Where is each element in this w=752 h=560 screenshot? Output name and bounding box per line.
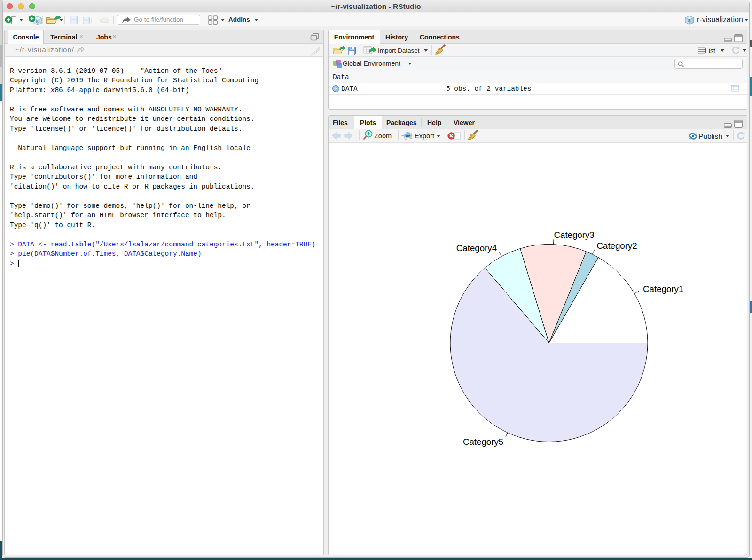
svg-text:Category4: Category4: [456, 243, 497, 253]
svg-text:Category2: Category2: [597, 241, 637, 251]
svg-text:R: R: [688, 18, 691, 23]
svg-text:Category1: Category1: [643, 284, 683, 294]
svg-text:Category3: Category3: [554, 230, 595, 240]
svg-text:Category5: Category5: [463, 437, 503, 447]
svg-text:R: R: [36, 19, 39, 24]
